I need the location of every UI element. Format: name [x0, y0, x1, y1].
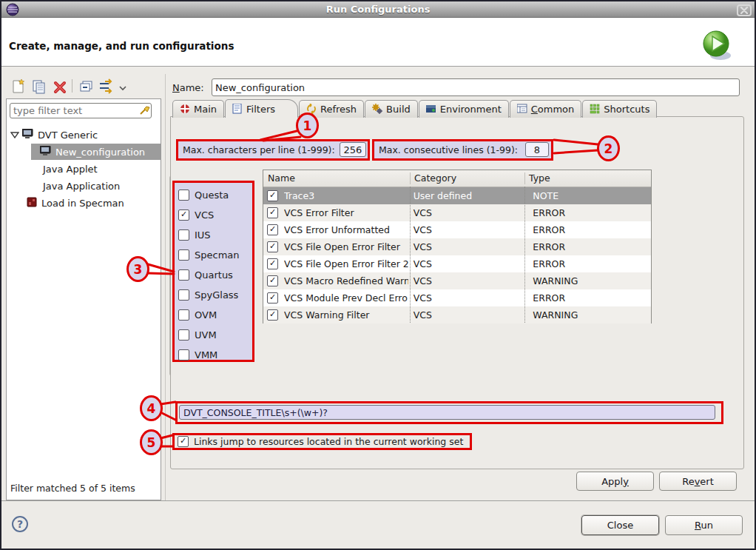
table-row[interactable]: VCS Macro Redefined WarniVCSWARNING	[263, 272, 651, 289]
collapse-all-button[interactable]	[78, 78, 95, 98]
footer-divider	[1, 500, 755, 501]
table-row[interactable]: VCS Warning FilterVCSWARNING	[263, 306, 651, 323]
row-checkbox[interactable]	[267, 224, 278, 235]
annotation-5: 5	[140, 429, 163, 455]
console-title-highlight	[175, 401, 723, 424]
tree-item-java-application[interactable]: Java Application	[43, 178, 158, 194]
run-button[interactable]: Run	[665, 515, 743, 535]
tab-filters[interactable]: Filters	[225, 99, 298, 118]
toolbar-menu-chevron-icon[interactable]	[118, 81, 127, 95]
questa-checkbox[interactable]	[178, 190, 189, 201]
filters-table: Name Category Type Trace3User definedNOT…	[263, 170, 652, 323]
row-checkbox[interactable]	[267, 190, 278, 201]
category-quartus[interactable]: Quartus	[178, 265, 252, 285]
uvm-checkbox[interactable]	[178, 329, 189, 341]
row-checkbox[interactable]	[267, 275, 278, 286]
ovm-checkbox[interactable]	[178, 309, 189, 321]
title-bar[interactable]: Run Configurations	[1, 1, 755, 18]
tab-main[interactable]: Main	[172, 100, 224, 118]
delete-launch-config-button[interactable]	[52, 79, 68, 98]
tree-item-label: Java Applet	[43, 164, 98, 175]
column-type[interactable]: Type	[529, 172, 550, 184]
tab-shortcuts[interactable]: Shortcuts	[582, 100, 657, 118]
column-category[interactable]: Category	[414, 172, 456, 184]
max-lines-label: Max. consecutive lines (1-99):	[379, 144, 518, 155]
apply-button[interactable]: Apply	[576, 472, 654, 491]
table-row[interactable]: VCS File Open Error FilterVCSERROR	[263, 238, 651, 255]
max-chars-label: Max. characters per line (1-999):	[183, 144, 335, 155]
max-lines-input[interactable]	[525, 142, 549, 157]
category-vmm[interactable]: VMM	[178, 345, 252, 365]
category-ius[interactable]: IUS	[178, 225, 252, 245]
max-chars-input[interactable]	[340, 142, 366, 157]
row-checkbox[interactable]	[267, 292, 278, 303]
category-uvm[interactable]: UVM	[178, 325, 252, 345]
tree-item-load-in-specman[interactable]: Load in Specman	[27, 195, 158, 211]
row-checkbox[interactable]	[267, 309, 278, 321]
category-spyglass[interactable]: SpyGlass	[178, 285, 252, 305]
max-lines-highlight: Max. consecutive lines (1-99):	[372, 139, 553, 161]
close-icon[interactable]	[737, 4, 752, 16]
links-checkbox[interactable]	[178, 436, 189, 447]
category-questa[interactable]: Questa	[178, 185, 252, 205]
table-header[interactable]: Name Category Type	[263, 170, 651, 187]
window-title: Run Configurations	[1, 1, 755, 18]
dvt-config-icon	[22, 129, 33, 141]
ius-checkbox[interactable]	[178, 229, 189, 241]
filter-input[interactable]	[10, 103, 152, 118]
annotation-3: 3	[126, 256, 149, 282]
new-launch-config-button[interactable]	[10, 78, 27, 98]
help-icon[interactable]: ?	[12, 516, 28, 532]
configuration-name-input[interactable]	[212, 78, 740, 96]
row-checkbox[interactable]	[267, 258, 278, 269]
tree-item-label: New_configuration	[55, 147, 145, 158]
common-tab-icon	[517, 104, 527, 114]
tree-item-label: Java Application	[43, 181, 120, 192]
filter-match-status: Filter matched 5 of 5 items	[10, 483, 135, 494]
vcs-checkbox[interactable]	[178, 209, 189, 221]
filters-tab-icon	[232, 104, 243, 114]
specman-checkbox[interactable]	[178, 249, 189, 261]
category-ovm[interactable]: OVM	[178, 305, 252, 325]
duplicate-launch-config-button[interactable]	[31, 78, 47, 98]
max-chars-highlight: Max. characters per line (1-999):	[176, 139, 370, 161]
tab-environment[interactable]: Environment	[419, 100, 509, 118]
dialog-header: Create, manage, and run configurations	[1, 18, 755, 67]
row-checkbox[interactable]	[267, 241, 278, 252]
close-button[interactable]: Close	[581, 515, 659, 535]
tab-common[interactable]: Common	[510, 100, 582, 118]
tree-expander-icon[interactable]	[10, 130, 19, 141]
links-option-label: Links jump to resources located in the c…	[194, 436, 463, 447]
table-row[interactable]: Trace3User definedNOTE	[263, 187, 651, 204]
vmm-checkbox[interactable]	[178, 349, 189, 360]
quartus-checkbox[interactable]	[178, 269, 189, 281]
table-row[interactable]: VCS Module Prev Decl ErroVCSERROR	[263, 289, 651, 306]
annotation-1: 1	[296, 113, 319, 138]
console-title-pattern-input[interactable]	[179, 405, 715, 420]
tree-item-new-configuration[interactable]: New_configuration	[31, 144, 161, 160]
category-specman[interactable]: Specman	[178, 245, 252, 265]
specman-icon	[27, 197, 37, 209]
revert-button[interactable]: Revert	[659, 472, 737, 491]
tree-item-dvt-generic[interactable]: DVT Generic	[10, 127, 158, 143]
tab-build[interactable]: Build	[365, 100, 418, 118]
filter-launch-configs-button[interactable]	[98, 78, 115, 98]
table-row[interactable]: VCS Error FilterVCSERROR	[263, 204, 651, 221]
panel-divider[interactable]	[165, 74, 166, 500]
toolbar-separator	[72, 79, 72, 93]
column-name[interactable]: Name	[268, 172, 295, 184]
row-checkbox[interactable]	[267, 207, 278, 218]
run-configurations-dialog: Run Configurations Create, manage, and r…	[0, 0, 756, 550]
main-tab-icon	[180, 104, 190, 114]
table-row[interactable]: VCS Error UnformattedVCSERROR	[263, 221, 651, 238]
shortcuts-tab-icon	[590, 104, 600, 114]
category-vcs[interactable]: VCS	[178, 205, 252, 225]
table-row[interactable]: VCS File Open Error Filter 2VCSERROR	[263, 255, 651, 272]
links-option-highlight[interactable]: Links jump to resources located in the c…	[172, 433, 472, 450]
tree-item-label: DVT Generic	[38, 130, 98, 141]
annotation-4: 4	[140, 395, 163, 421]
tree-item-label: Load in Specman	[41, 198, 124, 209]
tree-item-java-applet[interactable]: Java Applet	[43, 161, 158, 177]
spyglass-checkbox[interactable]	[178, 289, 189, 301]
clear-filter-broom-icon[interactable]	[138, 104, 150, 119]
